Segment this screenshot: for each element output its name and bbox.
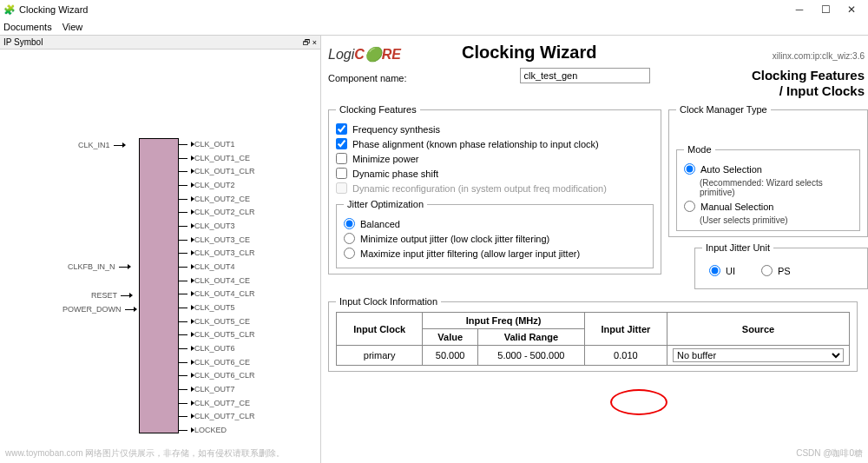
pin-clk-out3: CLK_OUT3 [179,222,235,230]
mode-manual-note: (User selects primitive) [700,215,852,225]
cell-valid-range: 5.000 - 500.000 [477,346,584,366]
jitter-unit-ps-radio[interactable]: PS [761,265,791,276]
jitter-min-output-radio[interactable]: Minimize output jitter (low clock jitter… [344,233,646,244]
window-title: Clocking Wizard [19,4,88,15]
pin-clk-out4: CLK_OUT4 [179,262,235,271]
pin-clk-out4-ce: CLK_OUT4_CE [179,276,250,285]
jitter-max-input-radio[interactable]: Maximize input jitter filtering (allow l… [344,248,646,259]
panel-title: IP Symbol [3,37,43,47]
pin-clk-out6-ce: CLK_OUT6_CE [179,358,250,367]
logicore-logo: LogiC🟢RE [328,46,401,63]
jitter-balanced-radio[interactable]: Balanced [344,218,646,229]
mode-group: Mode Auto Selection (Recommended: Wizard… [676,144,860,231]
page-subtitle: Clocking Features/ Input Clocks [752,68,868,99]
window-controls: ─ ☐ ✕ [786,0,865,19]
page-title: Clocking Wizard [462,43,596,63]
pin-clk-out5-ce: CLK_OUT5_CE [179,317,250,326]
credit: CSDN @咖啡0糖 [796,447,863,460]
pin-clk-out3-clr: CLK_OUT3_CLR [179,248,255,257]
symbol-canvas: CLK_IN1 CLKFB_IN_N RESET POWER_DOWN CLK_… [0,50,320,463]
input-clock-legend: Input Clock Information [336,296,441,307]
col-source: Source [667,313,850,346]
cmt-legend: Clock Manager Type [676,104,771,115]
clock-manager-type-group: Clock Manager Type Mode Auto Selection (… [668,104,868,237]
mode-legend: Mode [684,144,715,155]
pin-clk-out3-ce: CLK_OUT3_CE [179,235,250,244]
jitter-unit-ui-radio[interactable]: UI [709,265,735,276]
col-valid-range: Valid Range [477,329,584,346]
watermark: www.toymoban.com 网络图片仅供展示，非存储，如有侵权请联系删除。 [5,447,285,460]
pin-clk-out2: CLK_OUT2 [179,181,235,189]
close-button[interactable]: ✕ [838,0,865,19]
minimize-power-checkbox[interactable]: Minimize power [336,153,654,164]
component-name-label: Component name: [328,73,407,83]
pin-clk-in1: CLK_IN1 [78,141,128,149]
table-row: primary 50.000 5.000 - 500.000 0.010 No … [337,346,850,366]
panel-dock-icon[interactable]: 🗗 [303,38,311,47]
pin-clkfb-in-n: CLKFB_IN_N [68,262,133,271]
panel-header: IP Symbol 🗗 × [0,36,320,50]
jitter-unit-legend: Input Jitter Unit [702,242,773,253]
jitter-optimization-group: Jitter Optimization Balanced Minimize ou… [336,199,654,268]
menu-view[interactable]: View [62,22,83,32]
pin-clk-out7-clr: CLK_OUT7_CLR [179,412,255,420]
input-clock-table: Input Clock Input Freq (MHz) Input Jitte… [336,312,850,366]
source-select[interactable]: No buffer [673,348,844,362]
maximize-button[interactable]: ☐ [812,0,838,19]
pin-clk-out4-clr: CLK_OUT4_CLR [179,289,255,298]
features-legend: Clocking Features [336,104,420,115]
minimize-button[interactable]: ─ [786,0,812,19]
cell-source[interactable]: No buffer [667,346,850,366]
freq-synthesis-checkbox[interactable]: Frequency synthesis [336,123,654,135]
dynamic-phase-shift-checkbox[interactable]: Dynamic phase shift [336,168,654,179]
jitter-legend: Jitter Optimization [344,199,427,209]
ip-identifier: xilinx.com:ip:clk_wiz:3.6 [773,51,868,61]
cell-freq-value[interactable]: 50.000 [423,346,478,366]
col-input-jitter: Input Jitter [584,313,667,346]
panel-close-icon[interactable]: × [312,38,317,47]
input-clock-info-group: Input Clock Information Input Clock Inpu… [328,296,858,372]
pin-clk-out6-clr: CLK_OUT6_CLR [179,371,255,380]
pin-clk-out1: CLK_OUT1 [179,140,235,149]
pin-locked: LOCKED [179,426,227,434]
pin-clk-out5: CLK_OUT5 [179,303,235,312]
col-input-freq: Input Freq (MHz) [423,313,584,329]
mode-auto-note: (Recommended: Wizard selects primitive) [700,178,852,197]
menubar: Documents View [0,19,868,35]
cell-clock-name: primary [337,346,423,366]
menu-documents[interactable]: Documents [3,22,52,32]
pin-clk-out1-clr: CLK_OUT1_CLR [179,167,255,175]
pin-clk-out1-ce: CLK_OUT1_CE [179,154,250,162]
pin-clk-out5-clr: CLK_OUT5_CLR [179,330,255,339]
pin-clk-out2-ce: CLK_OUT2_CE [179,195,250,203]
component-name-input[interactable] [520,68,650,83]
ip-symbol-panel: IP Symbol 🗗 × CLK_IN1 CLKFB_IN_N RESET P… [0,36,321,463]
pin-reset: RESET [91,291,135,300]
col-input-clock: Input Clock [337,313,423,346]
mode-manual-radio[interactable]: Manual Selection [684,201,852,212]
dynamic-reconfig-checkbox: Dynamic reconfiguration (in system outpu… [336,182,654,194]
pin-clk-out7: CLK_OUT7 [179,385,235,394]
clocking-features-group: Clocking Features Frequency synthesis Ph… [328,104,661,274]
phase-alignment-checkbox[interactable]: Phase alignment (known phase relationshi… [336,138,654,149]
pin-clk-out6: CLK_OUT6 [179,344,235,353]
wizard-page: LogiC🟢RE Clocking Wizard xilinx.com:ip:c… [321,36,868,463]
mode-auto-radio[interactable]: Auto Selection [684,163,852,175]
pin-clk-out7-ce: CLK_OUT7_CE [179,399,250,407]
col-value: Value [423,329,478,346]
input-jitter-unit-group: Input Jitter Unit UI PS [694,242,868,289]
pin-clk-out2-clr: CLK_OUT2_CLR [179,208,255,216]
titlebar: 🧩 Clocking Wizard ─ ☐ ✕ [0,0,868,19]
annotation-circle [610,389,667,415]
cell-jitter[interactable]: 0.010 [584,346,667,366]
ip-block [139,138,179,433]
app-icon: 🧩 [3,4,16,16]
pin-power-down: POWER_DOWN [62,305,139,314]
